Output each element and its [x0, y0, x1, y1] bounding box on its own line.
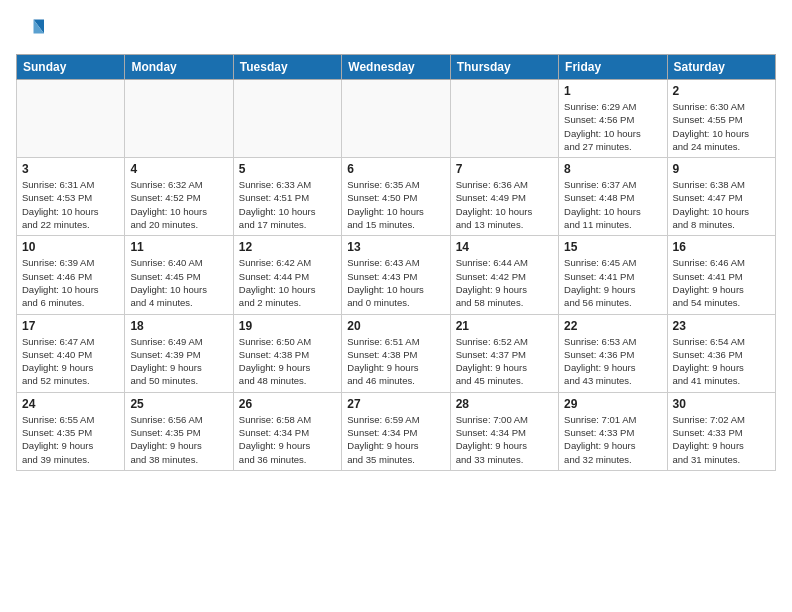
calendar-day-cell: 19Sunrise: 6:50 AM Sunset: 4:38 PM Dayli… [233, 314, 341, 392]
calendar-day-cell: 15Sunrise: 6:45 AM Sunset: 4:41 PM Dayli… [559, 236, 667, 314]
page-header [16, 16, 776, 44]
day-info: Sunrise: 6:36 AM Sunset: 4:49 PM Dayligh… [456, 178, 553, 231]
calendar-day-cell: 25Sunrise: 6:56 AM Sunset: 4:35 PM Dayli… [125, 392, 233, 470]
calendar-header-row: SundayMondayTuesdayWednesdayThursdayFrid… [17, 55, 776, 80]
day-number: 9 [673, 162, 770, 176]
day-info: Sunrise: 6:32 AM Sunset: 4:52 PM Dayligh… [130, 178, 227, 231]
day-number: 23 [673, 319, 770, 333]
calendar-day-cell: 24Sunrise: 6:55 AM Sunset: 4:35 PM Dayli… [17, 392, 125, 470]
day-number: 10 [22, 240, 119, 254]
day-info: Sunrise: 6:35 AM Sunset: 4:50 PM Dayligh… [347, 178, 444, 231]
logo [16, 16, 48, 44]
calendar-week-row: 1Sunrise: 6:29 AM Sunset: 4:56 PM Daylig… [17, 80, 776, 158]
calendar-header-sunday: Sunday [17, 55, 125, 80]
day-info: Sunrise: 7:02 AM Sunset: 4:33 PM Dayligh… [673, 413, 770, 466]
calendar-day-cell: 7Sunrise: 6:36 AM Sunset: 4:49 PM Daylig… [450, 158, 558, 236]
calendar-day-cell: 3Sunrise: 6:31 AM Sunset: 4:53 PM Daylig… [17, 158, 125, 236]
logo-icon [16, 16, 44, 44]
calendar-day-cell: 17Sunrise: 6:47 AM Sunset: 4:40 PM Dayli… [17, 314, 125, 392]
calendar-day-cell: 9Sunrise: 6:38 AM Sunset: 4:47 PM Daylig… [667, 158, 775, 236]
calendar-day-cell: 16Sunrise: 6:46 AM Sunset: 4:41 PM Dayli… [667, 236, 775, 314]
calendar-day-cell: 2Sunrise: 6:30 AM Sunset: 4:55 PM Daylig… [667, 80, 775, 158]
day-number: 15 [564, 240, 661, 254]
day-info: Sunrise: 6:44 AM Sunset: 4:42 PM Dayligh… [456, 256, 553, 309]
calendar-week-row: 3Sunrise: 6:31 AM Sunset: 4:53 PM Daylig… [17, 158, 776, 236]
day-number: 19 [239, 319, 336, 333]
calendar-day-cell: 30Sunrise: 7:02 AM Sunset: 4:33 PM Dayli… [667, 392, 775, 470]
calendar-header-monday: Monday [125, 55, 233, 80]
day-info: Sunrise: 6:59 AM Sunset: 4:34 PM Dayligh… [347, 413, 444, 466]
day-number: 14 [456, 240, 553, 254]
day-number: 7 [456, 162, 553, 176]
calendar-day-cell [125, 80, 233, 158]
day-info: Sunrise: 6:31 AM Sunset: 4:53 PM Dayligh… [22, 178, 119, 231]
day-number: 4 [130, 162, 227, 176]
day-info: Sunrise: 6:30 AM Sunset: 4:55 PM Dayligh… [673, 100, 770, 153]
calendar-header-friday: Friday [559, 55, 667, 80]
day-number: 13 [347, 240, 444, 254]
calendar-day-cell: 13Sunrise: 6:43 AM Sunset: 4:43 PM Dayli… [342, 236, 450, 314]
day-info: Sunrise: 6:53 AM Sunset: 4:36 PM Dayligh… [564, 335, 661, 388]
day-number: 8 [564, 162, 661, 176]
day-number: 5 [239, 162, 336, 176]
calendar-table: SundayMondayTuesdayWednesdayThursdayFrid… [16, 54, 776, 471]
calendar-day-cell: 14Sunrise: 6:44 AM Sunset: 4:42 PM Dayli… [450, 236, 558, 314]
day-number: 17 [22, 319, 119, 333]
day-info: Sunrise: 6:38 AM Sunset: 4:47 PM Dayligh… [673, 178, 770, 231]
day-info: Sunrise: 6:47 AM Sunset: 4:40 PM Dayligh… [22, 335, 119, 388]
calendar-day-cell: 22Sunrise: 6:53 AM Sunset: 4:36 PM Dayli… [559, 314, 667, 392]
calendar-day-cell [342, 80, 450, 158]
calendar-day-cell: 28Sunrise: 7:00 AM Sunset: 4:34 PM Dayli… [450, 392, 558, 470]
day-number: 28 [456, 397, 553, 411]
day-info: Sunrise: 6:43 AM Sunset: 4:43 PM Dayligh… [347, 256, 444, 309]
day-info: Sunrise: 6:49 AM Sunset: 4:39 PM Dayligh… [130, 335, 227, 388]
calendar-day-cell [17, 80, 125, 158]
calendar-day-cell: 1Sunrise: 6:29 AM Sunset: 4:56 PM Daylig… [559, 80, 667, 158]
calendar-day-cell: 11Sunrise: 6:40 AM Sunset: 4:45 PM Dayli… [125, 236, 233, 314]
day-info: Sunrise: 6:29 AM Sunset: 4:56 PM Dayligh… [564, 100, 661, 153]
day-number: 30 [673, 397, 770, 411]
day-number: 21 [456, 319, 553, 333]
calendar-week-row: 10Sunrise: 6:39 AM Sunset: 4:46 PM Dayli… [17, 236, 776, 314]
calendar-day-cell: 20Sunrise: 6:51 AM Sunset: 4:38 PM Dayli… [342, 314, 450, 392]
day-info: Sunrise: 6:51 AM Sunset: 4:38 PM Dayligh… [347, 335, 444, 388]
day-info: Sunrise: 6:39 AM Sunset: 4:46 PM Dayligh… [22, 256, 119, 309]
day-info: Sunrise: 6:33 AM Sunset: 4:51 PM Dayligh… [239, 178, 336, 231]
calendar-day-cell: 5Sunrise: 6:33 AM Sunset: 4:51 PM Daylig… [233, 158, 341, 236]
calendar-week-row: 17Sunrise: 6:47 AM Sunset: 4:40 PM Dayli… [17, 314, 776, 392]
day-number: 1 [564, 84, 661, 98]
day-info: Sunrise: 6:52 AM Sunset: 4:37 PM Dayligh… [456, 335, 553, 388]
day-number: 11 [130, 240, 227, 254]
day-number: 24 [22, 397, 119, 411]
day-info: Sunrise: 6:58 AM Sunset: 4:34 PM Dayligh… [239, 413, 336, 466]
day-number: 22 [564, 319, 661, 333]
day-info: Sunrise: 6:37 AM Sunset: 4:48 PM Dayligh… [564, 178, 661, 231]
day-number: 3 [22, 162, 119, 176]
day-info: Sunrise: 6:54 AM Sunset: 4:36 PM Dayligh… [673, 335, 770, 388]
calendar-day-cell: 8Sunrise: 6:37 AM Sunset: 4:48 PM Daylig… [559, 158, 667, 236]
calendar-day-cell: 18Sunrise: 6:49 AM Sunset: 4:39 PM Dayli… [125, 314, 233, 392]
day-info: Sunrise: 6:40 AM Sunset: 4:45 PM Dayligh… [130, 256, 227, 309]
calendar-day-cell: 4Sunrise: 6:32 AM Sunset: 4:52 PM Daylig… [125, 158, 233, 236]
day-info: Sunrise: 6:45 AM Sunset: 4:41 PM Dayligh… [564, 256, 661, 309]
day-info: Sunrise: 6:42 AM Sunset: 4:44 PM Dayligh… [239, 256, 336, 309]
calendar-day-cell: 21Sunrise: 6:52 AM Sunset: 4:37 PM Dayli… [450, 314, 558, 392]
day-info: Sunrise: 6:46 AM Sunset: 4:41 PM Dayligh… [673, 256, 770, 309]
day-number: 12 [239, 240, 336, 254]
day-number: 27 [347, 397, 444, 411]
day-info: Sunrise: 7:01 AM Sunset: 4:33 PM Dayligh… [564, 413, 661, 466]
calendar-day-cell: 29Sunrise: 7:01 AM Sunset: 4:33 PM Dayli… [559, 392, 667, 470]
calendar-header-tuesday: Tuesday [233, 55, 341, 80]
calendar-header-thursday: Thursday [450, 55, 558, 80]
day-number: 29 [564, 397, 661, 411]
calendar-day-cell: 23Sunrise: 6:54 AM Sunset: 4:36 PM Dayli… [667, 314, 775, 392]
calendar-day-cell: 12Sunrise: 6:42 AM Sunset: 4:44 PM Dayli… [233, 236, 341, 314]
day-number: 6 [347, 162, 444, 176]
calendar-day-cell [450, 80, 558, 158]
calendar-day-cell: 27Sunrise: 6:59 AM Sunset: 4:34 PM Dayli… [342, 392, 450, 470]
calendar-day-cell [233, 80, 341, 158]
day-number: 18 [130, 319, 227, 333]
day-info: Sunrise: 6:55 AM Sunset: 4:35 PM Dayligh… [22, 413, 119, 466]
calendar-week-row: 24Sunrise: 6:55 AM Sunset: 4:35 PM Dayli… [17, 392, 776, 470]
day-info: Sunrise: 6:56 AM Sunset: 4:35 PM Dayligh… [130, 413, 227, 466]
